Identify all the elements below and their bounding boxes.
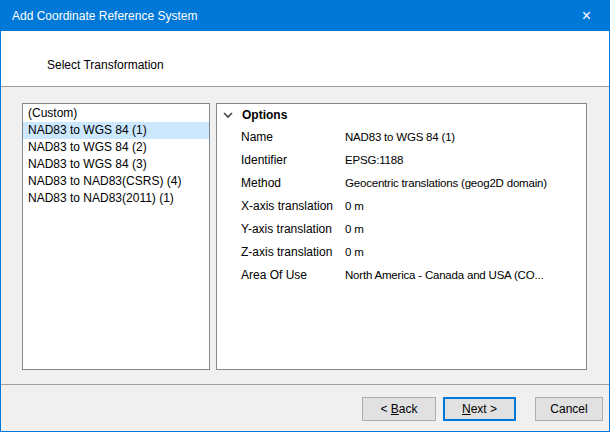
list-item[interactable]: NAD83 to WGS 84 (3) xyxy=(23,156,209,173)
option-value: Geocentric translations (geog2D domain) xyxy=(345,172,586,195)
option-label: Z-axis translation xyxy=(217,241,345,264)
option-row: Z-axis translation 0 m xyxy=(217,241,586,264)
list-item[interactable]: NAD83 to NAD83(2011) (1) xyxy=(23,190,209,207)
page-title: Select Transformation xyxy=(47,58,164,72)
option-label: Name xyxy=(217,126,345,149)
option-value: 0 m xyxy=(345,241,586,264)
option-label: X-axis translation xyxy=(217,195,345,218)
option-value: North America - Canada and USA (CO... xyxy=(345,264,586,287)
option-label: Area Of Use xyxy=(217,264,345,287)
add-crs-dialog: Add Coordinate Reference System × Select… xyxy=(0,0,610,432)
option-value: 0 m xyxy=(345,218,586,241)
option-value: NAD83 to WGS 84 (1) xyxy=(345,126,586,149)
titlebar: Add Coordinate Reference System × xyxy=(1,1,609,31)
option-value: 0 m xyxy=(345,195,586,218)
next-button[interactable]: Next > xyxy=(443,397,516,421)
button-bar: < Back Next > Cancel xyxy=(1,384,609,430)
list-item[interactable]: (Custom) xyxy=(23,105,209,122)
option-row: Area Of Use North America - Canada and U… xyxy=(217,264,586,287)
option-value: EPSG:1188 xyxy=(345,149,586,172)
option-row: Method Geocentric translations (geog2D d… xyxy=(217,172,586,195)
transformation-list[interactable]: (Custom) NAD83 to WGS 84 (1) NAD83 to WG… xyxy=(22,103,210,370)
option-row: Name NAD83 to WGS 84 (1) xyxy=(217,126,586,149)
window-title: Add Coordinate Reference System xyxy=(12,9,197,23)
options-header[interactable]: Options xyxy=(217,104,586,126)
option-row: X-axis translation 0 m xyxy=(217,195,586,218)
list-item[interactable]: NAD83 to WGS 84 (1) xyxy=(23,122,209,139)
back-button[interactable]: < Back xyxy=(362,397,436,421)
close-icon: × xyxy=(582,8,591,24)
option-row: Identifier EPSG:1188 xyxy=(217,149,586,172)
wizard-banner: Select Transformation xyxy=(1,31,609,87)
option-label: Identifier xyxy=(217,149,345,172)
options-panel: Options Name NAD83 to WGS 84 (1) Identif… xyxy=(216,103,587,370)
list-item[interactable]: NAD83 to NAD83(CSRS) (4) xyxy=(23,173,209,190)
option-label: Y-axis translation xyxy=(217,218,345,241)
options-header-label: Options xyxy=(242,108,287,122)
chevron-down-icon xyxy=(223,110,233,120)
content-area: (Custom) NAD83 to WGS 84 (1) NAD83 to WG… xyxy=(1,87,609,384)
list-item[interactable]: NAD83 to WGS 84 (2) xyxy=(23,139,209,156)
option-row: Y-axis translation 0 m xyxy=(217,218,586,241)
cancel-button[interactable]: Cancel xyxy=(535,397,603,421)
close-button[interactable]: × xyxy=(564,1,609,31)
option-label: Method xyxy=(217,172,345,195)
